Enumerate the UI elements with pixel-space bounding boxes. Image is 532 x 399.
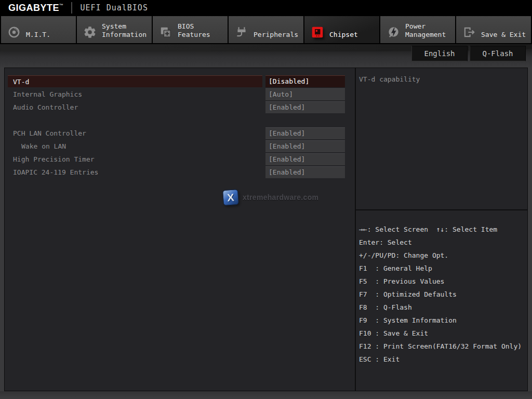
chipset-icon xyxy=(311,25,325,39)
setting-label: High Precision Timer xyxy=(8,153,262,165)
help-description: VT-d capability xyxy=(356,68,527,209)
menu-tab-bar: M.I.T. System Information BIOS Features xyxy=(0,16,532,44)
bios-title: UEFI DualBIOS xyxy=(81,3,148,12)
setting-value[interactable]: [Enabled] xyxy=(265,166,345,178)
divider xyxy=(71,2,72,14)
tab-power-management[interactable]: Power Management xyxy=(380,16,455,43)
setting-value[interactable]: [Enabled] xyxy=(265,127,345,139)
tab-bios-features[interactable]: BIOS Features xyxy=(153,16,228,43)
setting-row[interactable]: High Precision Timer[Enabled] xyxy=(8,153,345,166)
tab-system-information[interactable]: System Information xyxy=(77,16,152,43)
tab-label: Chipset xyxy=(329,31,358,39)
brand-text: GIGABYTE xyxy=(8,3,59,14)
watermark-text: xtremehardware.com xyxy=(243,193,318,202)
gear-icon xyxy=(83,25,98,39)
watermark-x: X xyxy=(227,191,235,204)
title-bar: GIGABYTE™ UEFI DualBIOS xyxy=(0,0,532,16)
setting-row[interactable]: Internal Graphics[Auto] xyxy=(8,88,345,101)
setting-row[interactable]: PCH LAN Controller[Enabled] xyxy=(8,127,345,140)
shortcut-line: F7 : Optimized Defaults xyxy=(359,288,526,301)
setting-label: Wake on LAN xyxy=(8,140,262,152)
tab-save-exit[interactable]: Save & Exit xyxy=(456,16,531,43)
setting-value[interactable]: [Auto] xyxy=(265,88,345,100)
tab-label: Peripherals xyxy=(254,31,298,39)
power-icon xyxy=(387,25,401,39)
row-spacer xyxy=(8,114,345,127)
watermark-icon: X xyxy=(222,189,239,206)
bottom-strip xyxy=(0,391,532,399)
shortcut-line: →←: Select Screen ↑↓: Select Item xyxy=(359,223,526,236)
setting-label: VT-d xyxy=(8,75,262,87)
setting-label: Audio Controller xyxy=(8,101,262,113)
setting-row[interactable]: Audio Controller[Enabled] xyxy=(8,101,345,114)
language-button[interactable]: English xyxy=(411,46,468,61)
setting-value[interactable]: [Enabled] xyxy=(265,140,345,152)
settings-list: VT-d[Disabled]Internal Graphics[Auto]Aud… xyxy=(8,75,345,179)
shortcut-line: F10 : Save & Exit xyxy=(359,327,526,340)
setting-row[interactable]: IOAPIC 24-119 Entries[Enabled] xyxy=(8,166,345,179)
setting-value[interactable]: [Enabled] xyxy=(265,101,345,113)
settings-pane: VT-d[Disabled]Internal Graphics[Auto]Aud… xyxy=(5,68,355,391)
tab-label: BIOS Features xyxy=(178,22,228,39)
tab-peripherals[interactable]: Peripherals xyxy=(229,16,303,43)
shortcut-line: Enter: Select xyxy=(359,236,526,249)
shortcut-line: F1 : General Help xyxy=(359,262,526,275)
tab-mit[interactable]: M.I.T. xyxy=(1,16,76,43)
content-panel: VT-d[Disabled]Internal Graphics[Auto]Aud… xyxy=(4,68,528,391)
setting-row[interactable]: Wake on LAN[Enabled] xyxy=(8,140,345,153)
shortcut-line: F5 : Previous Values xyxy=(359,275,526,288)
trademark: ™ xyxy=(59,3,64,8)
tab-chipset[interactable]: Chipset xyxy=(304,16,379,43)
setting-row[interactable]: VT-d[Disabled] xyxy=(8,75,345,88)
bios-features-icon xyxy=(159,25,174,39)
mit-icon xyxy=(7,25,22,39)
tab-label: Save & Exit xyxy=(481,31,526,39)
setting-label: IOAPIC 24-119 Entries xyxy=(8,166,262,178)
shortcut-line: +/-/PU/PD: Change Opt. xyxy=(359,249,526,262)
qflash-button[interactable]: Q-Flash xyxy=(470,46,526,61)
tab-label: System Information xyxy=(102,22,152,39)
sub-bar: English Q-Flash xyxy=(0,44,532,68)
setting-value[interactable]: [Enabled] xyxy=(265,153,345,165)
peripherals-icon xyxy=(235,25,249,39)
tab-label: M.I.T. xyxy=(26,31,50,39)
help-pane: VT-d capability →←: Select Screen ↑↓: Se… xyxy=(356,68,527,391)
shortcut-list: →←: Select Screen ↑↓: Select ItemEnter: … xyxy=(356,210,527,366)
shortcut-line: ESC : Exit xyxy=(359,353,526,366)
save-exit-icon xyxy=(462,25,477,39)
setting-label: PCH LAN Controller xyxy=(8,127,262,139)
setting-value[interactable]: [Disabled] xyxy=(265,75,345,87)
shortcut-line: F12 : Print Screen(FAT16/32 Format Only) xyxy=(359,340,526,353)
tab-label: Power Management xyxy=(405,22,455,39)
watermark: X xtremehardware.com xyxy=(223,190,318,205)
shortcut-line: F9 : System Information xyxy=(359,314,526,327)
shortcut-line: F8 : Q-Flash xyxy=(359,301,526,314)
setting-label: Internal Graphics xyxy=(8,88,262,100)
gigabyte-logo: GIGABYTE™ xyxy=(8,3,64,14)
